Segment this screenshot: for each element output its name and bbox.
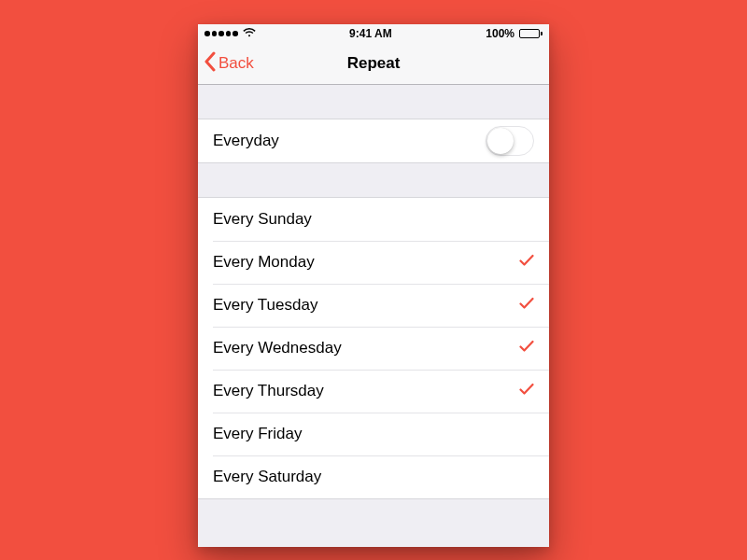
everyday-row: Everyday: [198, 119, 549, 162]
stage-background: 9:41 AM 100% Back Repeat: [0, 0, 747, 560]
chevron-left-icon: [204, 51, 217, 77]
status-bar: 9:41 AM 100%: [198, 24, 549, 43]
phone-screen: 9:41 AM 100% Back Repeat: [198, 24, 549, 547]
day-row[interactable]: Every Saturday: [198, 455, 549, 498]
status-left: [204, 27, 256, 40]
nav-bar: Back Repeat: [198, 43, 549, 85]
day-label: Every Tuesday: [213, 296, 317, 315]
signal-dots-icon: [204, 31, 238, 36]
section-gap: [198, 163, 549, 197]
day-label: Every Monday: [213, 253, 315, 272]
section-gap: [198, 85, 549, 119]
day-row[interactable]: Every Monday: [198, 241, 549, 284]
battery-percent: 100%: [486, 27, 514, 40]
checkmark-icon: [519, 382, 534, 400]
day-label: Every Wednesday: [213, 339, 342, 357]
day-row[interactable]: Every Friday: [198, 413, 549, 455]
checkmark-icon: [519, 296, 534, 315]
battery-icon: [519, 29, 543, 38]
day-row[interactable]: Every Wednesday: [198, 327, 549, 370]
day-label: Every Sunday: [213, 210, 312, 229]
day-label: Every Thursday: [213, 382, 324, 400]
checkmark-icon: [519, 339, 534, 357]
checkmark-icon: [519, 253, 534, 272]
day-row[interactable]: Every Tuesday: [198, 284, 549, 327]
everyday-label: Everyday: [213, 132, 279, 150]
everyday-section: Everyday: [198, 119, 549, 163]
day-row[interactable]: Every Sunday: [198, 198, 549, 241]
back-label: Back: [218, 54, 254, 73]
everyday-toggle[interactable]: [486, 126, 534, 156]
status-time: 9:41 AM: [349, 27, 392, 40]
day-label: Every Friday: [213, 425, 302, 443]
status-right: 100%: [486, 27, 543, 40]
day-row[interactable]: Every Thursday: [198, 370, 549, 413]
days-section: Every SundayEvery MondayEvery TuesdayEve…: [198, 197, 549, 499]
day-label: Every Saturday: [213, 468, 321, 486]
wifi-icon: [243, 27, 256, 40]
back-button[interactable]: Back: [198, 51, 254, 77]
